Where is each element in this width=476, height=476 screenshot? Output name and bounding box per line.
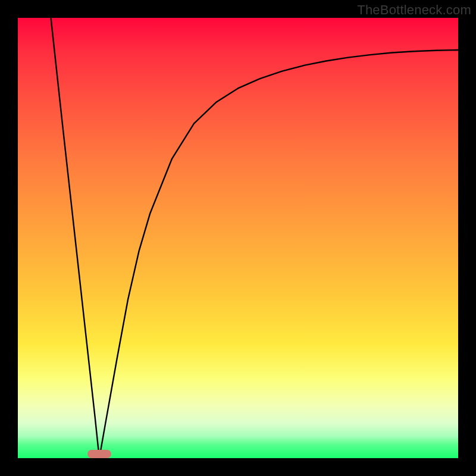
watermark-text: TheBottleneck.com [357, 2, 471, 18]
bottleneck-curve [18, 18, 458, 458]
optimal-marker [87, 450, 111, 458]
chart-frame: TheBottleneck.com [0, 0, 476, 476]
plot-area [18, 18, 458, 458]
